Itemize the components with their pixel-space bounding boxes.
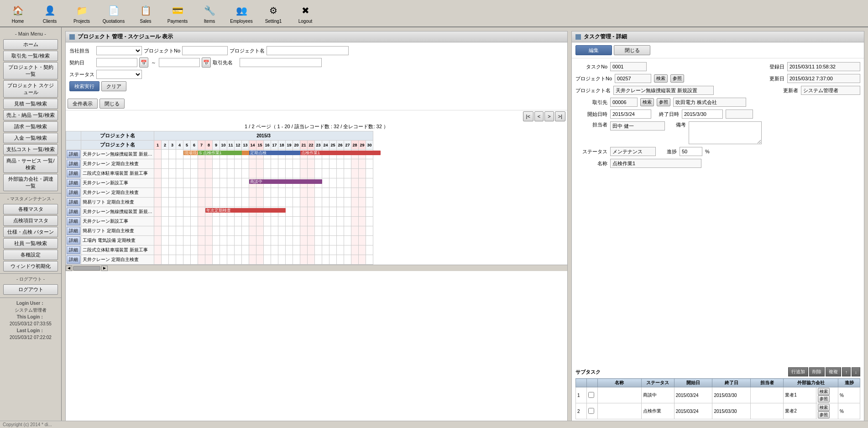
clear-button[interactable]: クリア bbox=[101, 81, 126, 91]
sidebar-logout-button[interactable]: ログアウト bbox=[3, 284, 58, 295]
gantt-detail-button[interactable]: 詳細 bbox=[67, 198, 80, 206]
gantt-detail-button[interactable]: 詳細 bbox=[67, 246, 80, 254]
gantt-day-cell bbox=[176, 169, 183, 178]
scroll-left-button[interactable]: ◀ bbox=[66, 266, 72, 271]
subtask-browse-button[interactable]: 参照 bbox=[818, 395, 830, 402]
sidebar-item-projects-list[interactable]: プロジェクト・契約 一覧 bbox=[3, 62, 58, 79]
subtask-cell: 1 bbox=[576, 387, 587, 403]
nav-sales[interactable]: 📋 Sales bbox=[130, 1, 162, 26]
gantt-detail-button[interactable]: 詳細 bbox=[67, 150, 80, 158]
gantt-detail-button[interactable]: 詳細 bbox=[67, 217, 80, 225]
company-select[interactable] bbox=[96, 46, 142, 55]
subtask-browse-button[interactable]: 参照 bbox=[818, 411, 830, 418]
subtask-checkbox[interactable] bbox=[588, 408, 594, 414]
nav-items[interactable]: 🔧 Items bbox=[193, 1, 225, 26]
partner-browse-button[interactable]: 参照 bbox=[657, 98, 670, 106]
nav-home[interactable]: 🏠 Home bbox=[2, 1, 34, 26]
gantt-day-header-6: 6 bbox=[191, 141, 198, 150]
gantt-day-cell bbox=[242, 178, 249, 188]
page-prev-button[interactable]: < bbox=[534, 111, 544, 121]
subtask-down-button[interactable]: ↓ bbox=[852, 367, 860, 376]
gantt-detail-cell: 詳細 bbox=[66, 198, 81, 207]
registered-date-group: 登録日 2015/03/11 10:58:32 bbox=[753, 62, 860, 71]
gantt-detail-button[interactable]: 詳細 bbox=[67, 208, 80, 216]
gantt-detail-button[interactable]: 詳細 bbox=[67, 227, 80, 235]
subtask-up-button[interactable]: ↑ bbox=[842, 367, 851, 376]
scroll-thumb[interactable] bbox=[73, 266, 100, 271]
project-name-value: 天井クレーン無線捜縦装置 新規設置 bbox=[613, 86, 714, 95]
project-no-browse-button[interactable]: 参照 bbox=[670, 74, 684, 83]
subtask-add-button[interactable]: 行追加 bbox=[788, 367, 808, 376]
sidebar-item-window-init[interactable]: ウィンドウ初期化 bbox=[3, 261, 58, 271]
project-no-label: プロジェクトNo bbox=[144, 47, 180, 54]
subtask-copy-button[interactable]: 複複 bbox=[826, 367, 841, 376]
project-name-input[interactable] bbox=[267, 46, 349, 55]
partner-input[interactable] bbox=[240, 58, 322, 67]
gantt-day-cell bbox=[235, 245, 242, 255]
this-login-label: This Login： bbox=[17, 314, 45, 319]
sidebar-item-sales[interactable]: 売上・納品 一覧/検索 bbox=[3, 110, 58, 120]
contract-date-to[interactable] bbox=[159, 58, 200, 67]
sidebar-item-employees[interactable]: 社員 一覧/検索 bbox=[3, 238, 58, 249]
search-button[interactable]: 検索実行 bbox=[69, 81, 99, 91]
gantt-project-name-cell: 天井クレーン 定期自主検査 bbox=[81, 255, 154, 265]
all-display-button[interactable]: 全件表示 bbox=[68, 99, 98, 109]
partner-ref-button[interactable]: 検索 bbox=[640, 98, 654, 106]
gantt-detail-button[interactable]: 詳細 bbox=[67, 256, 80, 264]
gantt-hscrollbar[interactable]: ◀ ▶ bbox=[66, 265, 567, 271]
sidebar-item-partners[interactable]: 外部協力会社・調達 一覧 bbox=[3, 174, 58, 191]
gantt-day-cell bbox=[351, 255, 359, 265]
task-edit-button[interactable]: 編集 bbox=[575, 45, 612, 55]
sidebar-item-quotations[interactable]: 見積 一覧/検索 bbox=[3, 99, 58, 109]
scroll-right-button[interactable]: ▶ bbox=[101, 266, 108, 271]
gantt-day-cell bbox=[220, 169, 227, 178]
contract-date-from-picker[interactable]: 📅 bbox=[139, 57, 148, 68]
panel-close-button[interactable]: 閉じる bbox=[99, 99, 125, 109]
page-last-button[interactable]: >| bbox=[555, 111, 565, 121]
project-no-input[interactable] bbox=[182, 46, 228, 55]
start-datetime-input[interactable] bbox=[610, 110, 651, 119]
subtask-delete-button[interactable]: 削除 bbox=[809, 367, 825, 376]
sidebar-item-clients[interactable]: 取引先 一覧/検索 bbox=[3, 51, 58, 61]
status-select[interactable] bbox=[96, 70, 142, 79]
subtask-search-button[interactable]: 検索 bbox=[818, 404, 830, 411]
sidebar-item-settings[interactable]: 各種設定 bbox=[3, 250, 58, 260]
page-first-button[interactable]: |< bbox=[523, 111, 533, 121]
nav-payments[interactable]: 💳 Payments bbox=[162, 1, 193, 26]
project-no-ref-button[interactable]: 検索 bbox=[654, 74, 668, 83]
nav-employees[interactable]: 👥 Employees bbox=[225, 1, 257, 26]
remarks-textarea[interactable] bbox=[689, 121, 762, 144]
sidebar-item-project-schedule[interactable]: プロジェクト スケジュール bbox=[3, 80, 58, 98]
gantt-detail-cell: 詳細 bbox=[66, 236, 81, 245]
gantt-detail-button[interactable]: 詳細 bbox=[67, 160, 80, 168]
sidebar-item-costs[interactable]: 支払コスト 一覧/検索 bbox=[3, 144, 58, 155]
nav-logout[interactable]: ✖ Logout bbox=[289, 1, 321, 26]
task-close-button[interactable]: 閉じる bbox=[614, 45, 650, 55]
progress-input[interactable] bbox=[680, 147, 702, 156]
sidebar-item-invoices[interactable]: 請求 一覧/検索 bbox=[3, 121, 58, 132]
nav-projects[interactable]: 📁 Projects bbox=[66, 1, 98, 26]
gantt-detail-button[interactable]: 詳細 bbox=[67, 236, 80, 245]
gantt-detail-button[interactable]: 詳細 bbox=[67, 179, 80, 187]
gantt-detail-button[interactable]: 詳細 bbox=[67, 169, 80, 177]
sidebar-item-products[interactable]: 商品・サービス 一覧/検索 bbox=[3, 156, 58, 173]
subtask-checkbox[interactable] bbox=[588, 392, 594, 398]
sidebar-item-inspection-master[interactable]: 点検項目マスタ bbox=[3, 215, 58, 226]
page-next-button[interactable]: > bbox=[544, 111, 554, 121]
gantt-day-cell bbox=[205, 217, 213, 226]
sidebar-item-payments[interactable]: 入金 一覧/検索 bbox=[3, 133, 58, 143]
nav-setting1[interactable]: ⚙ Setting1 bbox=[257, 1, 289, 26]
nav-quotations[interactable]: 📄 Quotations bbox=[98, 1, 130, 26]
nav-clients[interactable]: 👤 Clients bbox=[34, 1, 66, 26]
gantt-day-cell bbox=[344, 236, 351, 245]
contract-date-from[interactable] bbox=[96, 58, 137, 67]
task-detail-title: タスク管理 - 詳細 bbox=[584, 33, 627, 41]
end-datetime-input[interactable] bbox=[682, 110, 723, 119]
gantt-detail-button[interactable]: 詳細 bbox=[67, 188, 80, 197]
sidebar-item-masters[interactable]: 各種マスタ bbox=[3, 204, 58, 214]
sidebar-item-home[interactable]: ホーム bbox=[3, 39, 58, 50]
subtask-search-button[interactable]: 検索 bbox=[818, 388, 830, 395]
sidebar-item-spec-pattern[interactable]: 仕様・点検 パターン bbox=[3, 227, 58, 237]
gantt-chart-container[interactable]: プロジェクト名2015/3プロジェクト名12345678910111213141… bbox=[66, 131, 567, 423]
contract-date-to-picker[interactable]: 📅 bbox=[202, 57, 211, 68]
